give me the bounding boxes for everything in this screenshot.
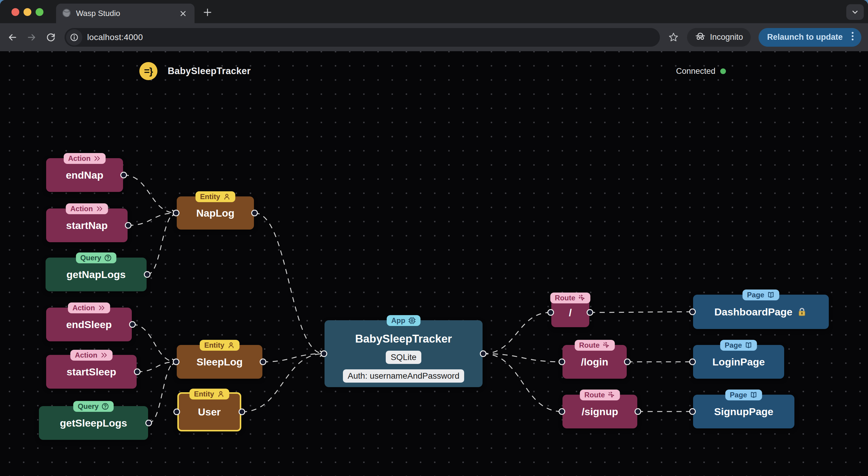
routeSignup-in-handle[interactable]	[559, 409, 565, 414]
node-getNapLogs[interactable]: QuerygetNapLogs	[45, 258, 147, 291]
napLog-in-handle[interactable]	[174, 210, 179, 216]
node-signupPage[interactable]: PageSignupPage	[693, 395, 795, 429]
loginPage-in-handle[interactable]	[690, 359, 695, 365]
node-startSleep[interactable]: ActionstartSleep	[46, 355, 136, 388]
chevrons-right-icon	[98, 304, 105, 312]
app-badge: App	[386, 315, 421, 326]
route-badge: Route	[550, 293, 591, 303]
kebab-menu-icon[interactable]	[848, 30, 857, 45]
getNapLogs-out-handle[interactable]	[145, 272, 150, 277]
app-out-handle[interactable]	[480, 351, 486, 357]
node-startNap[interactable]: ActionstartNap	[46, 208, 128, 242]
minimize-window-button[interactable]	[24, 8, 31, 16]
site-info-icon[interactable]	[66, 29, 82, 45]
bookmark-star-icon[interactable]	[668, 32, 679, 43]
connection-status: Connected	[676, 62, 726, 80]
node-user[interactable]: EntityUser	[177, 392, 241, 432]
tab-wasp-studio[interactable]: Wasp Studio	[56, 4, 194, 23]
node-label: getNapLogs	[66, 269, 125, 280]
action-badge: Action	[70, 350, 113, 361]
pointer-click-icon	[608, 391, 616, 399]
edge-getNapLogs-to-napLog	[147, 213, 176, 274]
badge-label: App	[391, 316, 405, 325]
tab-close-icon[interactable]	[178, 8, 188, 19]
routeLogin-in-handle[interactable]	[559, 359, 565, 365]
routeLogin-out-handle[interactable]	[625, 359, 630, 365]
sleepLog-out-handle[interactable]	[260, 359, 266, 365]
page-title: BabySleepTracker	[168, 66, 251, 76]
node-routeRoot[interactable]: Route/	[551, 298, 589, 327]
startSleep-out-handle[interactable]	[134, 369, 140, 375]
chevrons-right-icon	[96, 205, 103, 213]
node-getSleepLogs[interactable]: QuerygetSleepLogs	[39, 406, 148, 440]
reload-button[interactable]	[45, 32, 57, 43]
help-circle-icon	[101, 403, 109, 410]
book-open-icon	[767, 291, 775, 299]
endNap-out-handle[interactable]	[121, 172, 127, 178]
node-label: User	[198, 406, 221, 418]
sleepLog-in-handle[interactable]	[174, 359, 179, 365]
node-loginPage[interactable]: PageLoginPage	[693, 345, 784, 379]
node-routeSignup[interactable]: Route/signup	[562, 395, 637, 429]
badge-label: Action	[75, 351, 97, 360]
browser-toolbar: localhost:4000 Incognito Rel	[0, 23, 868, 51]
edge-app-to-routeLogin	[483, 354, 562, 362]
node-app[interactable]: AppBabySleepTrackerSQLiteAuth: usernameA…	[324, 320, 483, 387]
lock-icon	[797, 306, 807, 317]
getSleepLogs-out-handle[interactable]	[146, 420, 152, 426]
node-label: startNap	[66, 219, 108, 231]
routeRoot-in-handle[interactable]	[548, 310, 554, 315]
query-badge: Query	[76, 252, 116, 263]
napLog-out-handle[interactable]	[252, 210, 257, 216]
edge-startSleep-to-sleepLog	[137, 362, 176, 372]
badge-label: Route	[555, 294, 576, 302]
relaunch-to-update-button[interactable]: Relaunch to update	[758, 28, 861, 47]
node-sleepLog[interactable]: EntitySleepLog	[177, 345, 262, 379]
signupPage-in-handle[interactable]	[690, 409, 695, 414]
user-icon	[217, 390, 225, 398]
route-badge: Route	[580, 389, 620, 400]
new-tab-button[interactable]	[200, 5, 215, 20]
db-pill: SQLite	[386, 351, 421, 364]
forward-button[interactable]	[26, 32, 37, 43]
query-badge: Query	[73, 401, 114, 412]
entity-badge: Entity	[189, 388, 229, 400]
tab-search-button[interactable]	[846, 4, 864, 20]
node-label: startSleep	[67, 366, 116, 378]
user-out-handle[interactable]	[239, 409, 245, 415]
user-in-handle[interactable]	[174, 409, 180, 415]
app-in-handle[interactable]	[321, 351, 327, 357]
badge-label: Page	[747, 291, 764, 299]
incognito-label: Incognito	[710, 33, 743, 42]
badge-label: Entity	[194, 390, 214, 398]
routeSignup-out-handle[interactable]	[635, 409, 641, 414]
relaunch-label: Relaunch to update	[767, 33, 843, 42]
node-label: /signup	[582, 406, 618, 417]
close-window-button[interactable]	[11, 8, 19, 16]
node-dashboardPage[interactable]: PageDashboardPage	[693, 295, 829, 329]
routeRoot-out-handle[interactable]	[587, 310, 593, 315]
node-label: getSleepLogs	[60, 417, 127, 429]
help-circle-icon	[104, 254, 112, 262]
incognito-icon	[695, 31, 706, 44]
node-routeLogin[interactable]: Route/login	[562, 345, 627, 379]
wasp-logo: =}	[140, 62, 157, 80]
node-endSleep[interactable]: ActionendSleep	[46, 308, 132, 341]
startNap-out-handle[interactable]	[125, 223, 131, 228]
back-button[interactable]	[7, 32, 18, 43]
auth-pill: Auth: usernameAndPassword	[343, 369, 464, 383]
wasp-studio-canvas[interactable]: ActionendNapActionstartNapQuerygetNapLog…	[0, 51, 868, 476]
page-badge: Page	[725, 389, 762, 400]
node-endNap[interactable]: ActionendNap	[46, 158, 123, 192]
endSleep-out-handle[interactable]	[130, 322, 135, 328]
node-label: NapLog	[196, 207, 235, 219]
dashboardPage-in-handle[interactable]	[690, 309, 695, 315]
pointer-click-icon	[578, 294, 586, 302]
tab-title: Wasp Studio	[76, 9, 120, 18]
address-bar[interactable]: localhost:4000	[65, 28, 660, 47]
node-napLog[interactable]: EntityNapLog	[177, 196, 254, 230]
zoom-window-button[interactable]	[36, 8, 43, 16]
edge-getSleepLogs-to-sleepLog	[149, 362, 176, 423]
badge-label: Action	[70, 205, 93, 213]
badge-label: Page	[730, 391, 747, 399]
